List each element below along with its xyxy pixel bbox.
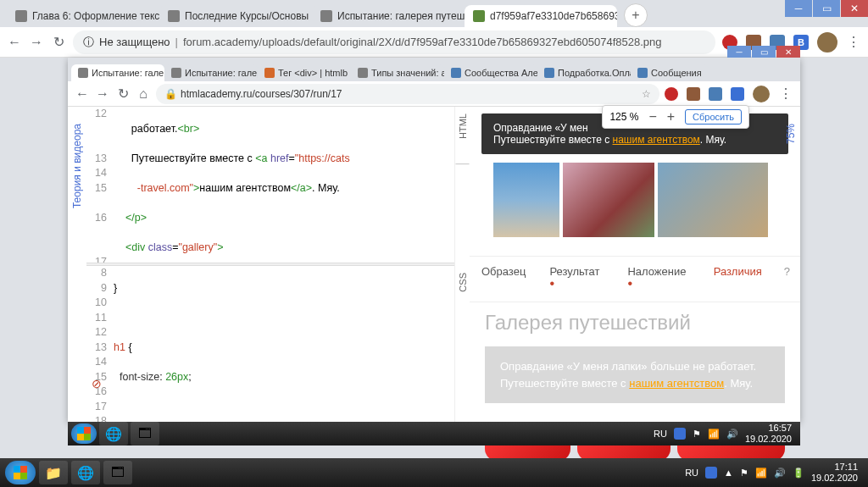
- new-tab-button[interactable]: +: [624, 3, 648, 27]
- css-editor[interactable]: 89101112131415161718192021222324 } h1 { …: [86, 266, 454, 422]
- diff-heading: Галерея путешествий: [485, 311, 785, 335]
- profile-avatar[interactable]: [817, 32, 837, 53]
- inner-tab[interactable]: Подработка.Опла: [537, 64, 631, 81]
- inner-tab[interactable]: Испытание: галер: [164, 64, 258, 81]
- tab-result[interactable]: Результат •: [537, 257, 615, 302]
- close-button[interactable]: ✕: [776, 46, 800, 58]
- maximize-button[interactable]: ▭: [752, 46, 776, 58]
- forward-button[interactable]: →: [29, 35, 44, 50]
- minimize-button[interactable]: ─: [727, 46, 751, 58]
- tab-diff[interactable]: Различия: [702, 257, 774, 302]
- lang-indicator[interactable]: RU: [654, 429, 667, 439]
- forward-button[interactable]: →: [95, 86, 110, 102]
- tray-icon[interactable]: 🔋: [793, 468, 804, 479]
- zoom-in-button[interactable]: +: [667, 109, 675, 125]
- gallery-image-turkey: [658, 163, 768, 237]
- diff-view: Галерея путешествий Оправдание «У меня л…: [470, 302, 800, 412]
- inner-tab[interactable]: Типы значений: а: [351, 64, 444, 81]
- text: Путешествуйте вместе с: [500, 377, 629, 390]
- preview-pane: 125 % − + Сбросить 75% Оправдание «У мен…: [470, 107, 800, 422]
- tray-icon[interactable]: 🔊: [774, 468, 786, 479]
- inner-window-controls: ─ ▭ ✕: [727, 46, 800, 58]
- back-button[interactable]: ←: [7, 35, 22, 50]
- inner-tab[interactable]: Тег <div> | htmlb: [258, 64, 351, 81]
- address-bar[interactable]: ⓘ Не защищено | forum.academy/uploads/de…: [73, 30, 715, 54]
- outer-tab[interactable]: Последние Курсы/Основы CSS×: [159, 5, 312, 27]
- inner-tab-active[interactable]: Испытание: галер: [71, 64, 164, 81]
- outer-tab[interactable]: Испытание: галерея путешес×: [312, 5, 465, 27]
- inner-tab-strip: Испытание: галер Испытание: галер Тег <d…: [68, 58, 800, 81]
- lang-indicator[interactable]: RU: [685, 468, 698, 478]
- inner-toolbar: ← → ↻ ⌂ 🔒 htmlacademy.ru/courses/307/run…: [68, 81, 800, 107]
- agency-link[interactable]: нашим агентством: [629, 377, 724, 390]
- extension-icon[interactable]: [709, 87, 722, 101]
- tray-icon[interactable]: 📶: [708, 429, 720, 440]
- favicon-icon: [78, 68, 88, 78]
- inner-tab[interactable]: Сообщества Але: [444, 64, 537, 81]
- extension-icon[interactable]: [687, 87, 700, 101]
- minimize-button[interactable]: ─: [785, 0, 812, 17]
- tray-icon[interactable]: 📶: [755, 468, 767, 479]
- tab-label: Глава 6: Оформление текста —: [32, 10, 159, 22]
- error-icon: ⊘: [92, 376, 102, 393]
- preview-tabs: Образец Результат • Наложение • Различия…: [470, 256, 800, 302]
- close-button[interactable]: ✕: [841, 0, 868, 17]
- maximize-button[interactable]: ▭: [813, 0, 840, 17]
- help-button[interactable]: ?: [774, 257, 800, 302]
- tray-icon[interactable]: ⚑: [740, 468, 748, 479]
- star-icon[interactable]: ☆: [642, 88, 651, 100]
- vk-icon[interactable]: [731, 87, 744, 101]
- reload-button[interactable]: ↻: [115, 86, 131, 102]
- clock[interactable]: 17:1119.02.2020: [811, 462, 863, 484]
- favicon-icon: [358, 68, 368, 78]
- reload-button[interactable]: ↻: [51, 35, 66, 50]
- inner-tray: RU ⚑ 📶 🔊 16:5719.02.2020: [654, 423, 797, 445]
- menu-icon[interactable]: ⋮: [846, 35, 861, 50]
- taskbar-app-icon[interactable]: 🗔: [103, 461, 132, 484]
- css-label[interactable]: CSS: [458, 273, 468, 292]
- inner-tab[interactable]: Сообщения: [631, 64, 709, 81]
- html-editor[interactable]: 12131415161718192021 работает.<br> Путеш…: [86, 107, 454, 263]
- clock[interactable]: 16:5719.02.2020: [745, 423, 797, 445]
- inner-address-bar[interactable]: 🔒 htmlacademy.ru/courses/307/run/17 ☆: [156, 84, 659, 104]
- gutter: 89101112131415161718192021222324: [86, 266, 114, 422]
- tab-label: Сообщения: [651, 68, 702, 78]
- tab-sample[interactable]: Образец: [470, 257, 537, 302]
- profile-avatar[interactable]: [753, 86, 770, 102]
- adblock-icon[interactable]: [665, 87, 678, 101]
- zoom-reset-button[interactable]: Сбросить: [685, 109, 742, 125]
- tray-icon[interactable]: ▲: [724, 468, 733, 478]
- tray-icon[interactable]: 🔊: [726, 429, 738, 440]
- info-icon: ⓘ: [83, 35, 94, 50]
- tab-label: d7f959af7e3310de7b65869327e: [490, 10, 617, 22]
- url-text: htmlacademy.ru/courses/307/run/17: [181, 88, 342, 100]
- extensions: ⋮: [665, 86, 793, 102]
- diff-paragraph: Оправдание «У меня лапки» больше не рабо…: [485, 346, 785, 403]
- home-button[interactable]: ⌂: [136, 86, 151, 102]
- tray-icon[interactable]: [705, 467, 717, 479]
- agency-link[interactable]: нашим агентством: [613, 134, 700, 146]
- start-button[interactable]: [5, 461, 36, 484]
- zoom-out-button[interactable]: −: [648, 109, 656, 125]
- code-lines: работает.<br> Путешествуйте вместе с <a …: [114, 107, 454, 263]
- menu-icon[interactable]: ⋮: [778, 86, 793, 102]
- gutter: 12131415161718192021: [86, 107, 114, 263]
- text: . Мяу.: [700, 134, 726, 146]
- gallery-image-greece: [493, 163, 559, 237]
- taskbar-chrome-icon[interactable]: 🌐: [71, 461, 100, 484]
- ide-content: Теория и видеора 12131415161718192021 ра…: [68, 107, 800, 422]
- tray-icon[interactable]: ⚑: [693, 429, 701, 440]
- back-button[interactable]: ←: [75, 86, 90, 102]
- tab-overlay[interactable]: Наложение •: [615, 257, 701, 302]
- tray-icon[interactable]: [674, 428, 686, 440]
- outer-tab[interactable]: Глава 6: Оформление текста —×: [7, 5, 159, 27]
- zoom-level: 125 %: [609, 111, 638, 123]
- outer-tab-active[interactable]: d7f959af7e3310de7b65869327e×: [465, 5, 617, 27]
- taskbar-explorer-icon[interactable]: 📁: [39, 461, 68, 484]
- taskbar-chrome-icon[interactable]: 🌐: [99, 422, 128, 445]
- outer-window-controls: ─ ▭ ✕: [785, 0, 868, 17]
- html-label[interactable]: HTML: [458, 113, 468, 139]
- start-button[interactable]: [71, 423, 97, 444]
- taskbar-app-icon[interactable]: 🗔: [131, 422, 159, 445]
- left-rail[interactable]: Теория и видеора: [68, 107, 86, 422]
